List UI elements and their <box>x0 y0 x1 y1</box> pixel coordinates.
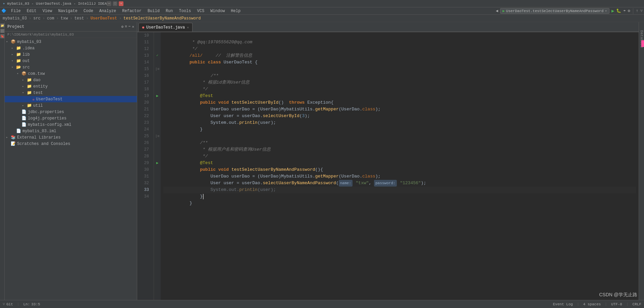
bc-sep3: › <box>56 16 59 21</box>
code-line-32: System.out.println(user); <box>163 180 636 187</box>
code-line-33: } <box>163 187 636 193</box>
status-bar: ⑂ Git | Ln: 33:5 Event Log | 4 spaces | … <box>0 300 644 308</box>
maximize-button[interactable]: □ <box>113 1 117 6</box>
menu-vcs[interactable]: VCS <box>195 8 207 14</box>
close-button[interactable]: ✕ <box>119 1 123 6</box>
tree-item-jdbc[interactable]: ▸ 📄 jdbc.properties <box>5 109 137 115</box>
update-button[interactable]: ↑ <box>636 9 638 13</box>
run-config-selector[interactable]: ▶ UserDaoTest.testSelectUaserByNameAndPa… <box>500 8 609 14</box>
sidebar: Project ⚙ ≡ − ✕ F:\IDEAWork\mybatis\myba… <box>5 22 137 300</box>
nav-breadcrumb-com[interactable]: com <box>47 16 54 21</box>
tree-item-scratches[interactable]: ▸ 📝 Scratches and Consoles <box>5 141 137 147</box>
code-line-12: /all/ // 注解警告信息 <box>163 46 636 52</box>
coverage-button[interactable]: ☂ <box>623 8 626 13</box>
status-indent[interactable]: 4 spaces <box>583 302 601 306</box>
status-git[interactable]: ⑂ Git <box>3 302 13 306</box>
tree-item-idea[interactable]: ▸ 📁 .idea <box>5 45 137 51</box>
menu-window[interactable]: Window <box>208 8 227 14</box>
main-layout: 📁 ⬚ 🔖 Project ⚙ ≡ − ✕ F:\IDEAWork\mybati… <box>0 22 644 300</box>
nav-breadcrumb-method[interactable]: testSelectUaserByNameAndPassword <box>123 16 201 21</box>
sidebar-close-icon[interactable]: ✕ <box>132 24 134 29</box>
tree-item-extlibs[interactable]: ▸ 📚 External Libraries <box>5 134 137 141</box>
nav-breadcrumb-mybatis[interactable]: mybatis_03 <box>3 16 27 21</box>
code-content[interactable]: * @qq:1970555620@qq.com */ /all/ // 注解警告… <box>161 32 639 300</box>
line-num-19: 19 <box>137 93 151 99</box>
run-icon-19[interactable]: ▶ <box>156 93 159 99</box>
status-event-log[interactable]: Event Log <box>553 302 573 306</box>
menu-help[interactable]: Help <box>228 8 243 14</box>
code-line-22: System.out.println(user); <box>163 113 636 119</box>
run-button[interactable]: ▶ <box>611 8 614 14</box>
code-editor[interactable]: 10 11 12 13 14 15 16 17 18 19 20 21 22 2… <box>137 32 639 300</box>
menu-analyze[interactable]: Analyze <box>97 8 119 14</box>
tree-item-src[interactable]: ▾ 📂 src <box>5 64 137 70</box>
menu-edit[interactable]: Edit <box>24 8 39 14</box>
menu-navigate[interactable]: Navigate <box>55 8 80 14</box>
sidebar-sort-icon[interactable]: ≡ <box>125 24 127 29</box>
nav-breadcrumb-txw[interactable]: txw <box>61 16 68 21</box>
menu-code[interactable]: Code <box>81 8 96 14</box>
tree-item-test[interactable]: ▾ 📁 test <box>5 90 137 96</box>
line-num-21: 21 <box>137 106 151 113</box>
sidebar-collapse-icon[interactable]: − <box>128 24 131 29</box>
line-number-status: 33:5 <box>31 302 40 306</box>
debug-button[interactable]: 🐛 <box>616 8 621 13</box>
status-line-sep[interactable]: CRLF <box>633 302 641 306</box>
minimize-button[interactable]: ─ <box>107 1 111 6</box>
fold-icon-25[interactable]: |≡ <box>155 133 159 140</box>
tree-item-lib[interactable]: ▸ 📁 lib <box>5 51 137 58</box>
marker-32 <box>154 180 161 187</box>
line-num-12: 12 <box>137 46 151 52</box>
editor-area: UserDaoTest.java ✕ 10 11 12 13 14 15 16 … <box>137 22 639 300</box>
fold-icon-15[interactable]: |≡ <box>155 66 159 72</box>
tab-userdaotest[interactable]: UserDaoTest.java ✕ <box>139 23 193 32</box>
tree-item-dao[interactable]: ▸ 📁 dao <box>5 77 137 83</box>
sidebar-settings-icon[interactable]: ⚙ <box>121 24 124 29</box>
line-num-26: 26 <box>137 140 151 146</box>
code-line-24 <box>163 126 636 133</box>
menu-refactor[interactable]: Refactor <box>119 8 144 14</box>
code-line-28: @Test <box>163 153 636 160</box>
tree-item-out[interactable]: ▾ 📁 out <box>5 58 137 64</box>
tree-item-mybatis03[interactable]: ▾ 📦 mybatis_03 <box>5 39 137 45</box>
tree-item-mybatis-config[interactable]: ▸ 📄 mybatis-config.xml <box>5 121 137 128</box>
structure-icon[interactable]: ⬚ <box>0 29 4 33</box>
tree-item-entity[interactable]: ▸ 📁 entity <box>5 83 137 90</box>
bookmark-marker <box>641 40 644 47</box>
code-line-30: UserDao userDao = (UserDao)MybatisUtils.… <box>163 166 636 173</box>
menu-tools[interactable]: Tools <box>176 8 194 14</box>
line-num-13: 13 <box>137 52 151 59</box>
line-num-25: 25 <box>137 133 151 140</box>
nav-breadcrumb-class[interactable]: UserDaoTest <box>91 16 117 21</box>
nav-breadcrumb-test[interactable]: test <box>74 16 84 21</box>
git-icon: ⑂ <box>3 302 5 306</box>
marker-13: ✓ <box>154 52 161 59</box>
line-num-20: 20 <box>137 99 151 106</box>
project-icon[interactable]: 📁 <box>0 23 4 28</box>
menu-file[interactable]: File <box>8 8 23 14</box>
tree-item-log4j[interactable]: ▸ 📄 log4j.properties <box>5 115 137 121</box>
code-line-20: UserDao userDao = (UserDao)MybatisUtils.… <box>163 99 636 106</box>
app-icon: 🔷 <box>1 8 6 13</box>
marker-14 <box>154 59 161 66</box>
bookmarks-icon[interactable]: 🔖 <box>0 34 4 38</box>
tree-item-userdaotest[interactable]: ▸ ☕ UserDaoTest <box>5 96 137 102</box>
toolbar-more[interactable]: ⚙ <box>628 8 630 13</box>
line-num-33: 33 <box>137 187 151 193</box>
tab-close-button[interactable]: ✕ <box>187 25 189 30</box>
tree-item-iml[interactable]: ▸ 📄 mybatis_03.iml <box>5 128 137 134</box>
tree-item-com[interactable]: ▾ 📦 com.txw <box>5 70 137 77</box>
status-encoding[interactable]: UTF-8 <box>611 302 622 306</box>
nav-back[interactable]: ◀ <box>496 8 498 13</box>
vcs-button[interactable]: ⑂ <box>640 9 643 13</box>
file-tree[interactable]: ▾ 📦 mybatis_03 ▸ 📁 .idea ▸ 📁 lib ▾ <box>5 38 137 300</box>
menu-build[interactable]: Build <box>145 8 162 14</box>
code-line-19: public void testSelectUserById() throws … <box>163 93 636 99</box>
menu-view[interactable]: View <box>40 8 55 14</box>
tree-item-util[interactable]: ▸ 📁 util <box>5 102 137 109</box>
menu-run[interactable]: Run <box>163 8 176 14</box>
status-linecol[interactable]: Ln: 33:5 <box>23 302 40 306</box>
nav-breadcrumb-src[interactable]: src <box>33 16 41 21</box>
run-icon-29[interactable]: ▶ <box>156 160 159 166</box>
marker-28 <box>154 153 161 160</box>
